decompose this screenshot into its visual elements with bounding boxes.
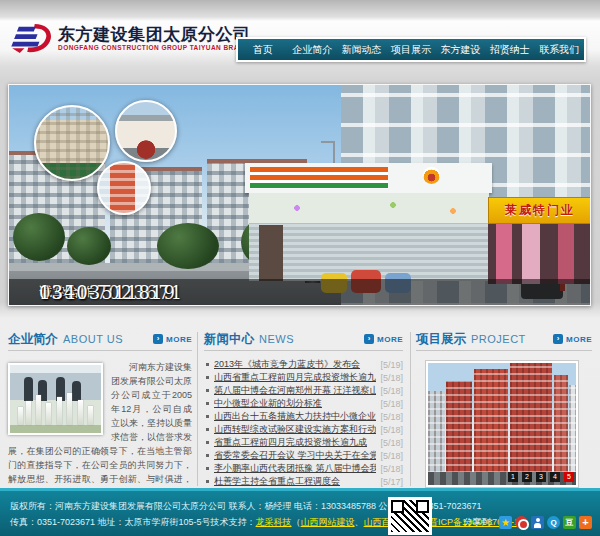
about-photo [8,363,103,435]
bullet-icon [206,376,209,379]
photo-store-sign: 莱威特门业 [488,197,591,224]
news-item: 李小鹏率山西代表团抵豫 第八届中博会我省[5/18] [204,462,403,475]
news-link[interactable]: 山西出台十五条措施大力扶持中小微企业发展 [214,410,376,423]
photo-model-tower [18,407,23,425]
news-date: [5/18] [380,399,403,409]
qr-pattern [391,500,429,532]
news-section: 新闻中心 NEWS › MORE 2013年《城市竞争力蓝皮书》发布会[5/19… [204,328,403,488]
news-date: [5/18] [380,386,403,396]
news-date: [5/18] [380,438,403,448]
news-item: 山西出台十五条措施大力扶持中小微企业发展[5/18] [204,410,403,423]
news-title-cn: 新闻中心 [204,331,254,348]
nav-item-about[interactable]: 企业简介 [287,39,336,60]
news-link[interactable]: 山西省重点工程前四月完成投资增长逾九成 [214,371,376,384]
page-button-4[interactable]: 4 [550,472,560,482]
bullet-icon [206,454,209,457]
column-divider [410,332,411,486]
banner-contact-bar: 诚挚合作: 0351-7023671 13403511819 [9,279,590,305]
footer-separator: 、 [355,517,364,527]
footer-paren: （ [292,517,301,527]
bullet-icon [206,415,209,418]
bullet-icon [206,441,209,444]
more-label: MORE [566,335,592,344]
nav-item-contact[interactable]: 联系我们 [535,39,584,60]
photo-person [72,381,81,401]
page-button-2[interactable]: 2 [522,472,532,482]
weibo-share-icon[interactable] [515,516,528,529]
more-arrow-icon: › [553,334,563,344]
more-arrow-icon: › [364,334,374,344]
footer-tech-link[interactable]: 龙采科技 [256,517,292,527]
project-title-en: PROJECT [471,333,526,345]
news-link[interactable]: 山西转型综改试验区建设实施方案和行动计划 [214,423,376,436]
logo-title: 东方建设集团太原分公司 [58,25,254,44]
more-share-icon[interactable]: + [579,516,592,529]
bullet-icon [206,467,209,470]
about-section: 企业简介 ABOUT US › MORE 河南东 [8,328,192,514]
photo-model-tower [26,401,31,425]
news-link[interactable]: 李小鹏率山西代表团抵豫 第八届中博会我省 [214,462,376,475]
qzone-share-icon[interactable]: ★ [499,516,512,529]
douban-share-icon[interactable]: 豆 [563,516,576,529]
photo-store-door [259,225,283,281]
news-link[interactable]: 第八届中博会在河南郑州开幕 汪洋视察山西 [214,384,376,397]
bullet-icon [206,480,209,483]
news-link[interactable]: 2013年《城市竞争力蓝皮书》发布会 [214,358,376,371]
photo-model-tower [88,406,93,425]
news-link[interactable]: 省委常委会召开会议 学习中央关于在全党深 [214,449,376,462]
nav-item-home[interactable]: 首页 [238,39,287,60]
photo-person [24,377,33,401]
footer-fax-address: 传真：0351-7023671 地址：太原市学府街105-5号技术支持： [10,517,256,527]
nav-item-careers[interactable]: 招贤纳士 [485,39,534,60]
banner-inset-circle-3 [97,161,151,215]
project-section-header: 项目展示 PROJECT › MORE [416,328,592,351]
nav-item-projects[interactable]: 项目展示 [386,39,435,60]
news-link[interactable]: 杜善学主持全省重点工程调度会 [214,475,376,488]
page-button-3[interactable]: 3 [536,472,546,482]
news-link[interactable]: 中小微型企业新的划分标准 [214,397,376,410]
nav-item-dongfang[interactable]: 东方建设 [436,39,485,60]
news-item: 杜善学主持全省重点工程调度会[5/17] [204,475,403,488]
photo-tree [67,227,111,265]
footer: 版权所有：河南东方建设集团发展有限公司太原分公司 联系人：杨经理 电话：1303… [0,488,600,536]
about-title-en: ABOUT US [63,333,123,345]
bullet-icon [206,402,209,405]
photo-model-base [10,425,101,433]
project-title-cn: 项目展示 [416,331,466,348]
logo-text: 东方建设集团太原分公司 DONGFANG CONSTRUCTION GROUP … [58,25,254,51]
more-label: MORE [166,335,192,344]
photo-model-tower [57,397,62,425]
page: 东方建设集团太原分公司 DONGFANG CONSTRUCTION GROUP … [0,0,600,536]
photo-tree [13,213,65,261]
banner-inset-circle-1 [34,105,110,181]
banner-photo: 莱威特门业 诚挚合作: 0351-7023671 13403511819 [8,84,591,306]
main-nav: 首页 企业简介 新闻动态 项目展示 东方建设 招贤纳士 联系我们 [236,37,586,62]
project-slideshow[interactable]: 1 2 3 4 5 [426,361,578,487]
footer-contact-line: 传真：0351-7023671 地址：太原市学府街105-5号技术支持：龙采科技… [10,516,519,529]
qq-share-icon[interactable]: Q [547,516,560,529]
photo-model-tower [78,400,83,425]
photo-tower [554,375,568,473]
page-button-1[interactable]: 1 [508,472,518,482]
slideshow-pagination: 1 2 3 4 5 [508,472,574,482]
footer-site-link[interactable]: 山西网站建设 [301,517,355,527]
news-more-button[interactable]: › MORE [364,334,403,344]
photo-model-tower [46,403,51,425]
project-more-button[interactable]: › MORE [553,334,592,344]
site-logo[interactable]: 东方建设集团太原分公司 DONGFANG CONSTRUCTION GROUP … [10,23,254,53]
page-button-5-active[interactable]: 5 [564,472,574,482]
news-date: [5/18] [380,373,403,383]
news-date: [5/18] [380,425,403,435]
news-date: [5/18] [380,412,403,422]
photo-tree [157,223,219,269]
about-more-button[interactable]: › MORE [153,334,192,344]
nav-item-news[interactable]: 新闻动态 [337,39,386,60]
banner-inset-circle-2 [115,100,177,162]
project-section: 项目展示 PROJECT › MORE 1 2 3 4 5 [416,328,592,487]
photo-model-tower [36,395,41,425]
renren-share-icon[interactable] [531,516,544,529]
news-item: 山西转型综改试验区建设实施方案和行动计划[5/18] [204,423,403,436]
news-link[interactable]: 省重点工程前四月完成投资增长逾九成 [214,436,376,449]
news-item: 第八届中博会在河南郑州开幕 汪洋视察山西[5/18] [204,384,403,397]
logo-icon [10,23,52,53]
